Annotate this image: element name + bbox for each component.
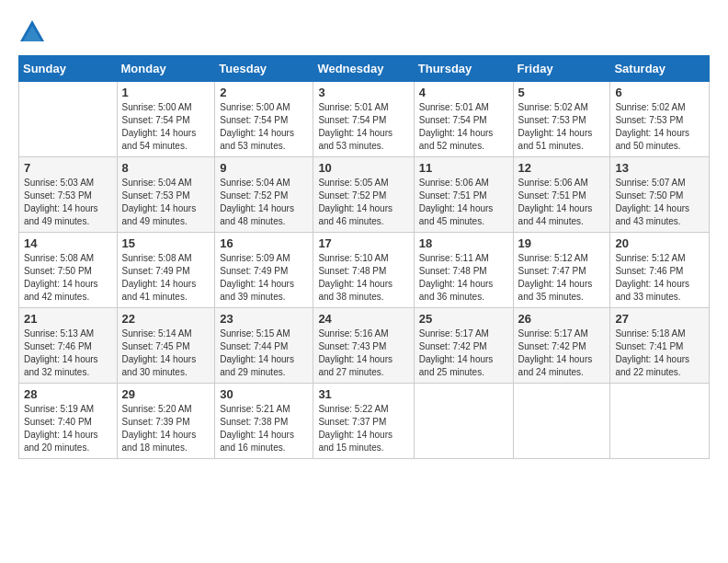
calendar-cell: 6Sunrise: 5:02 AM Sunset: 7:53 PM Daylig… (610, 82, 710, 157)
day-info: Sunrise: 5:22 AM Sunset: 7:37 PM Dayligh… (318, 403, 408, 454)
day-number: 6 (615, 86, 704, 99)
header-day-wednesday: Wednesday (313, 56, 414, 82)
day-info: Sunrise: 5:16 AM Sunset: 7:43 PM Dayligh… (318, 327, 408, 379)
header-day-monday: Monday (117, 56, 215, 82)
day-number: 3 (318, 86, 408, 99)
day-number: 10 (318, 161, 408, 175)
day-info: Sunrise: 5:05 AM Sunset: 7:52 PM Dayligh… (318, 177, 408, 228)
day-info: Sunrise: 5:00 AM Sunset: 7:54 PM Dayligh… (122, 101, 210, 153)
day-number: 12 (518, 161, 606, 175)
day-number: 17 (318, 236, 408, 250)
calendar-cell: 17Sunrise: 5:10 AM Sunset: 7:48 PM Dayli… (313, 233, 414, 308)
header-day-friday: Friday (513, 56, 610, 82)
day-info: Sunrise: 5:03 AM Sunset: 7:53 PM Dayligh… (24, 177, 112, 228)
calendar-cell: 9Sunrise: 5:04 AM Sunset: 7:52 PM Daylig… (215, 157, 313, 233)
day-info: Sunrise: 5:04 AM Sunset: 7:53 PM Dayligh… (122, 177, 210, 228)
day-info: Sunrise: 5:09 AM Sunset: 7:49 PM Dayligh… (220, 252, 308, 304)
calendar-cell: 7Sunrise: 5:03 AM Sunset: 7:53 PM Daylig… (19, 157, 118, 233)
day-info: Sunrise: 5:20 AM Sunset: 7:39 PM Dayligh… (122, 403, 210, 454)
calendar-cell: 21Sunrise: 5:13 AM Sunset: 7:46 PM Dayli… (19, 308, 118, 384)
day-info: Sunrise: 5:18 AM Sunset: 7:41 PM Dayligh… (615, 327, 704, 379)
day-info: Sunrise: 5:19 AM Sunset: 7:40 PM Dayligh… (24, 403, 112, 454)
header-day-tuesday: Tuesday (215, 56, 313, 82)
day-number: 16 (220, 236, 308, 250)
calendar-cell: 18Sunrise: 5:11 AM Sunset: 7:48 PM Dayli… (414, 233, 513, 308)
day-info: Sunrise: 5:01 AM Sunset: 7:54 PM Dayligh… (419, 101, 508, 153)
day-number: 27 (615, 312, 704, 326)
day-info: Sunrise: 5:00 AM Sunset: 7:54 PM Dayligh… (220, 101, 308, 153)
day-number: 8 (122, 161, 210, 175)
calendar-cell: 2Sunrise: 5:00 AM Sunset: 7:54 PM Daylig… (215, 82, 313, 157)
day-number: 29 (122, 387, 210, 401)
logo (18, 18, 50, 46)
calendar-cell (513, 384, 610, 459)
week-row-1: 1Sunrise: 5:00 AM Sunset: 7:54 PM Daylig… (19, 82, 710, 157)
week-row-5: 28Sunrise: 5:19 AM Sunset: 7:40 PM Dayli… (19, 384, 710, 459)
week-row-3: 14Sunrise: 5:08 AM Sunset: 7:50 PM Dayli… (19, 233, 710, 308)
calendar-cell: 19Sunrise: 5:12 AM Sunset: 7:47 PM Dayli… (513, 233, 610, 308)
day-number: 11 (419, 161, 508, 175)
calendar-cell (19, 82, 118, 157)
day-number: 2 (220, 86, 308, 99)
calendar-cell: 25Sunrise: 5:17 AM Sunset: 7:42 PM Dayli… (414, 308, 513, 384)
calendar-cell: 4Sunrise: 5:01 AM Sunset: 7:54 PM Daylig… (414, 82, 513, 157)
day-info: Sunrise: 5:02 AM Sunset: 7:53 PM Dayligh… (518, 101, 606, 153)
page-header (18, 18, 710, 46)
calendar-cell: 24Sunrise: 5:16 AM Sunset: 7:43 PM Dayli… (313, 308, 414, 384)
calendar-cell: 20Sunrise: 5:12 AM Sunset: 7:46 PM Dayli… (610, 233, 710, 308)
day-number: 23 (220, 312, 308, 326)
day-number: 15 (122, 236, 210, 250)
day-number: 28 (24, 387, 112, 401)
calendar-cell (610, 384, 710, 459)
day-info: Sunrise: 5:14 AM Sunset: 7:45 PM Dayligh… (122, 327, 210, 379)
calendar-cell: 26Sunrise: 5:17 AM Sunset: 7:42 PM Dayli… (513, 308, 610, 384)
day-info: Sunrise: 5:17 AM Sunset: 7:42 PM Dayligh… (518, 327, 606, 379)
day-number: 13 (615, 161, 704, 175)
calendar-cell: 3Sunrise: 5:01 AM Sunset: 7:54 PM Daylig… (313, 82, 414, 157)
calendar-cell: 29Sunrise: 5:20 AM Sunset: 7:39 PM Dayli… (117, 384, 215, 459)
calendar-cell: 12Sunrise: 5:06 AM Sunset: 7:51 PM Dayli… (513, 157, 610, 233)
header-day-thursday: Thursday (414, 56, 513, 82)
day-number: 5 (518, 86, 606, 99)
day-info: Sunrise: 5:12 AM Sunset: 7:46 PM Dayligh… (615, 252, 704, 304)
day-number: 25 (419, 312, 508, 326)
day-number: 7 (24, 161, 112, 175)
calendar-cell: 11Sunrise: 5:06 AM Sunset: 7:51 PM Dayli… (414, 157, 513, 233)
calendar-cell: 10Sunrise: 5:05 AM Sunset: 7:52 PM Dayli… (313, 157, 414, 233)
day-number: 21 (24, 312, 112, 326)
logo-icon (18, 18, 46, 46)
calendar-cell: 27Sunrise: 5:18 AM Sunset: 7:41 PM Dayli… (610, 308, 710, 384)
day-number: 24 (318, 312, 408, 326)
calendar-cell: 23Sunrise: 5:15 AM Sunset: 7:44 PM Dayli… (215, 308, 313, 384)
week-row-4: 21Sunrise: 5:13 AM Sunset: 7:46 PM Dayli… (19, 308, 710, 384)
day-info: Sunrise: 5:21 AM Sunset: 7:38 PM Dayligh… (220, 403, 308, 454)
day-info: Sunrise: 5:07 AM Sunset: 7:50 PM Dayligh… (615, 177, 704, 228)
day-info: Sunrise: 5:02 AM Sunset: 7:53 PM Dayligh… (615, 101, 704, 153)
day-info: Sunrise: 5:08 AM Sunset: 7:50 PM Dayligh… (24, 252, 112, 304)
week-row-2: 7Sunrise: 5:03 AM Sunset: 7:53 PM Daylig… (19, 157, 710, 233)
calendar-cell: 22Sunrise: 5:14 AM Sunset: 7:45 PM Dayli… (117, 308, 215, 384)
day-info: Sunrise: 5:15 AM Sunset: 7:44 PM Dayligh… (220, 327, 308, 379)
calendar-cell: 28Sunrise: 5:19 AM Sunset: 7:40 PM Dayli… (19, 384, 118, 459)
header-day-saturday: Saturday (610, 56, 710, 82)
day-number: 30 (220, 387, 308, 401)
day-info: Sunrise: 5:04 AM Sunset: 7:52 PM Dayligh… (220, 177, 308, 228)
day-number: 14 (24, 236, 112, 250)
calendar-cell: 15Sunrise: 5:08 AM Sunset: 7:49 PM Dayli… (117, 233, 215, 308)
calendar-cell: 31Sunrise: 5:22 AM Sunset: 7:37 PM Dayli… (313, 384, 414, 459)
calendar-cell: 5Sunrise: 5:02 AM Sunset: 7:53 PM Daylig… (513, 82, 610, 157)
day-info: Sunrise: 5:11 AM Sunset: 7:48 PM Dayligh… (419, 252, 508, 304)
day-info: Sunrise: 5:08 AM Sunset: 7:49 PM Dayligh… (122, 252, 210, 304)
calendar-cell: 13Sunrise: 5:07 AM Sunset: 7:50 PM Dayli… (610, 157, 710, 233)
day-number: 9 (220, 161, 308, 175)
day-info: Sunrise: 5:06 AM Sunset: 7:51 PM Dayligh… (419, 177, 508, 228)
day-number: 20 (615, 236, 704, 250)
day-number: 4 (419, 86, 508, 99)
calendar-table: SundayMondayTuesdayWednesdayThursdayFrid… (18, 55, 710, 459)
calendar-cell: 16Sunrise: 5:09 AM Sunset: 7:49 PM Dayli… (215, 233, 313, 308)
day-info: Sunrise: 5:10 AM Sunset: 7:48 PM Dayligh… (318, 252, 408, 304)
day-number: 26 (518, 312, 606, 326)
day-info: Sunrise: 5:06 AM Sunset: 7:51 PM Dayligh… (518, 177, 606, 228)
day-info: Sunrise: 5:13 AM Sunset: 7:46 PM Dayligh… (24, 327, 112, 379)
day-number: 22 (122, 312, 210, 326)
